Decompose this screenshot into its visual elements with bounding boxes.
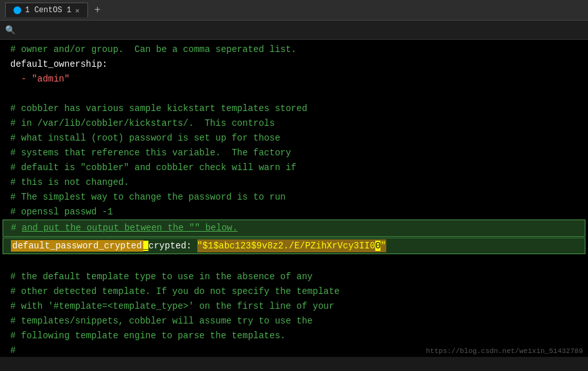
line-5: # cobbler has various sample kickstart t… [0,101,588,116]
line-13-highlighted: # and put the output between the "" belo… [3,220,585,237]
search-bar: 🔍 [0,21,588,40]
line-empty-2 [0,255,588,270]
line-empty-1 [0,87,588,101]
line-comment-d: # templates/snippets, cobbler will assum… [0,314,588,329]
search-icon: 🔍 [5,25,15,35]
line-3: - "admin" [0,72,588,87]
line-8: # systems that reference this variable. … [0,146,588,160]
line-comment-b: # other detected template. If you do not… [0,284,588,299]
line-9: # default is "cobbler" and cobbler check… [0,160,588,175]
tab-centos[interactable]: 1 CentOS 1 ✕ [5,3,88,17]
editor-content: # owner and/or group. Can be a comma sep… [0,40,588,357]
footer-url: https://blog.csdn.net/weixin_51432789 [426,345,583,357]
tab-label: 1 CentOS 1 [25,6,71,15]
centos-icon [13,6,21,14]
line-comment-a: # the default template type to use in th… [0,270,588,284]
comment-text: # owner and/or group. Can be a comma sep… [10,43,296,56]
cursor: _ [143,241,148,251]
password-line[interactable]: default_password_crypted_crypted: "$1$ab… [3,237,585,254]
line-7: # what install (root) password is set up… [0,131,588,146]
password-value: "$1$abc123$9v8z2./E/PZihXrVcy3II00" [197,239,386,252]
close-tab-button[interactable]: ✕ [75,6,80,15]
title-bar: 1 CentOS 1 ✕ + [0,0,588,21]
line-1: # owner and/or group. Can be a comma sep… [0,42,588,57]
line-2: default_ownership: [0,57,588,72]
line-10: # this is not changed. [0,175,588,190]
line-11: # The simplest way to change the passwor… [0,190,588,205]
line-12: # openssl passwd -1 [0,205,588,220]
add-tab-button[interactable]: + [89,4,106,16]
line-6: # in /var/lib/cobbler/kickstarts/. This … [0,116,588,131]
value-text: - "admin" [10,73,69,86]
line-comment-c: # with '#template=<template_type>' on th… [0,299,588,314]
key-text: default_ownership: [10,58,107,71]
line-comment-e: # following template engine to parse the… [0,329,588,343]
password-key: default_password_crypted [11,240,143,252]
